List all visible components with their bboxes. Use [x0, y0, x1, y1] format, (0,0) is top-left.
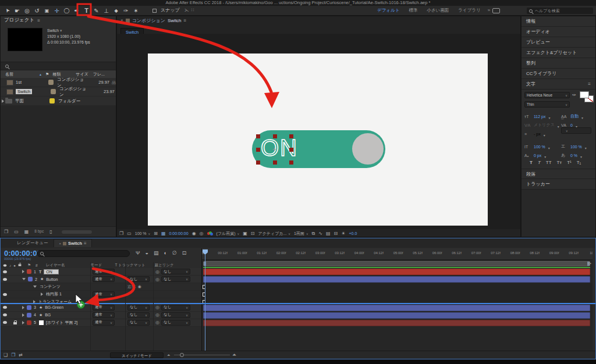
exposure-icon[interactable]: ☀	[341, 231, 345, 236]
close-tab-icon[interactable]: ×	[59, 242, 61, 245]
shape-tool[interactable]	[62, 6, 72, 16]
show-snapshot-icon[interactable]: ◎	[200, 231, 204, 236]
panel-tab-cc-libraries[interactable]: CCライブラリ	[522, 69, 595, 79]
graph-editor-icon[interactable]	[182, 250, 187, 256]
parent-select[interactable]: なし	[161, 276, 190, 282]
puppet-pin-tool[interactable]	[131, 6, 141, 16]
region-of-interest-icon[interactable]: ▣	[243, 231, 247, 236]
trkmat-select[interactable]: なし	[127, 305, 150, 311]
mini-timeline-icon[interactable]: ▤	[326, 231, 331, 236]
faux-italic-button[interactable]: T	[538, 160, 541, 165]
work-area-bar[interactable]	[203, 261, 590, 266]
help-search-input[interactable]: ヘルプを検索	[527, 8, 593, 14]
trkmat-select[interactable]: なし	[127, 320, 150, 326]
collapse-group-icon[interactable]	[33, 286, 37, 288]
expand-layer-icon[interactable]	[22, 306, 24, 309]
expand-layer-switches-icon[interactable]: ❏	[3, 352, 8, 358]
mode-select[interactable]: 通常	[93, 276, 115, 282]
handle-bottom-right[interactable]	[289, 160, 293, 165]
eraser-tool[interactable]	[111, 6, 121, 16]
tsume-control[interactable]: あ0 %	[561, 150, 582, 160]
grid-guides-icon[interactable]: ⊞	[154, 231, 158, 236]
layer-color-swatch[interactable]	[27, 269, 31, 274]
mini-flowchart-icon[interactable]	[136, 250, 140, 256]
handle-bottom-center[interactable]	[273, 160, 277, 165]
viewer-timecode[interactable]: 0:00:00:00	[169, 231, 189, 235]
pixel-aspect-icon[interactable]: ⧉	[312, 231, 315, 237]
font-family-select[interactable]: Helvetica Neue ✑	[524, 92, 576, 98]
camera-select[interactable]: アクティブカ...∨	[258, 231, 291, 237]
eye-icon[interactable]	[3, 270, 7, 273]
collapse-layer-icon[interactable]	[22, 278, 26, 280]
mode-select[interactable]: 通常	[93, 320, 115, 326]
composition-canvas[interactable]: ON ✛	[148, 53, 488, 226]
parent-select[interactable]: なし	[161, 312, 190, 318]
all-caps-button[interactable]: TT	[546, 160, 552, 165]
pick-whip-icon[interactable]: ◎	[155, 269, 159, 274]
project-search-input[interactable]	[1, 62, 116, 70]
mode-select[interactable]: 通常	[93, 305, 115, 311]
interpret-footage-icon[interactable]: ❐	[4, 229, 8, 234]
superscript-button[interactable]: T¹	[567, 160, 572, 165]
view-layout-select[interactable]: 1画面∨	[294, 231, 308, 237]
expand-transfer-controls-icon[interactable]: ❐	[11, 352, 15, 358]
workspace-tab-library[interactable]: ライブラリ	[453, 6, 485, 15]
switch-knob-circle[interactable]	[352, 133, 384, 165]
layer-row-button[interactable]: 2 ★ Button 通常 なし ◎なし	[1, 276, 201, 283]
font-style-select[interactable]: Thin	[524, 101, 570, 108]
layer-bar-bg[interactable]	[203, 312, 590, 319]
eye-icon[interactable]	[3, 321, 7, 324]
switch-pill-shape[interactable]: ON ✛	[252, 130, 385, 168]
roto-brush-tool[interactable]	[121, 6, 131, 16]
expand-layer-icon[interactable]	[22, 313, 24, 317]
pick-whip-icon[interactable]: ◎	[155, 320, 159, 325]
faux-bold-button[interactable]: T	[530, 160, 533, 165]
expand-inout-columns-icon[interactable]: ⇄	[19, 352, 23, 358]
stroke-style-select[interactable]	[561, 127, 591, 134]
time-ruler[interactable]: 0f 00:12f 01:00f 01:12f 02:00f 02:12f 03…	[202, 248, 593, 260]
layer-color-swatch[interactable]	[27, 305, 31, 310]
pick-whip-icon[interactable]: ◎	[155, 277, 159, 282]
label-swatch[interactable]	[48, 80, 54, 85]
eyedropper-icon[interactable]: ✑	[572, 92, 576, 98]
mode-select[interactable]: 通常	[93, 291, 115, 297]
workspace-bar-icon[interactable]	[492, 8, 500, 13]
switches-modes-button[interactable]: スイッチ / モード	[110, 352, 164, 358]
close-panel-icon[interactable]: ×	[120, 18, 123, 23]
zoom-tool[interactable]	[22, 6, 32, 16]
trash-icon[interactable]: ▯	[49, 229, 52, 234]
mode-select[interactable]: 通常	[93, 269, 115, 274]
project-row-1st[interactable]: 1st コンポジション 29.97 品	[1, 78, 116, 87]
fill-color-swatch[interactable]	[580, 91, 589, 98]
panel-tab-info[interactable]: 情報	[522, 16, 595, 27]
comp-flowchart-icon[interactable]: ⊟	[334, 231, 338, 236]
trkmat-select[interactable]: なし	[127, 276, 150, 282]
auto-keyframe-icon[interactable]	[172, 250, 177, 256]
group-row-ellipse[interactable]: 楕円形 1 通常	[1, 291, 201, 298]
viewer-lock-icon[interactable]: ❐	[119, 231, 123, 236]
panel-tab-align[interactable]: 整列	[522, 58, 595, 69]
subscript-button[interactable]: T₁	[577, 160, 581, 165]
playhead-line[interactable]	[205, 254, 205, 351]
pen-tool[interactable]	[72, 6, 81, 16]
snapshot-icon[interactable]: ◉	[192, 231, 196, 236]
group-row-contents[interactable]: コンテンツ 追加:◉	[1, 283, 201, 291]
panel-tab-paragraph[interactable]: 段落	[522, 169, 595, 179]
monitor-icon[interactable]: ▭	[127, 231, 132, 236]
frame-blend-icon[interactable]	[154, 250, 159, 256]
snap-checkbox[interactable]	[152, 9, 157, 13]
handle-top-center[interactable]	[273, 134, 277, 138]
expand-folder-icon[interactable]	[2, 99, 4, 103]
project-row-folder[interactable]: 平面 フォルダー	[1, 97, 116, 106]
layer-bar-bg-green[interactable]	[203, 305, 590, 311]
rotation-tool[interactable]	[32, 6, 42, 16]
expand-group-icon[interactable]	[41, 292, 43, 296]
handle-mid-right[interactable]	[289, 148, 293, 152]
expand-layer-icon[interactable]	[22, 321, 24, 324]
project-row-switch[interactable]: Switch コンポジション 23.97	[1, 87, 116, 97]
zoom-out-mountain-icon[interactable]: ⏶	[167, 353, 171, 358]
workspace-tab-standard[interactable]: 標準	[404, 6, 422, 15]
workspace-overflow-chevron[interactable]: »	[488, 8, 490, 13]
channel-icon[interactable]	[207, 231, 213, 236]
panel-tab-character[interactable]: 文字≡	[522, 79, 595, 90]
